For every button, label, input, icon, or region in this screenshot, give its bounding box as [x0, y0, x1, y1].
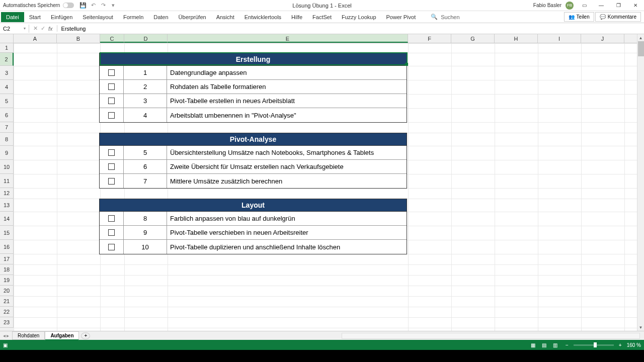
- row-header-23[interactable]: 23: [0, 317, 14, 328]
- tab-factset[interactable]: FactSet: [307, 12, 337, 22]
- row-header-16[interactable]: 16: [0, 240, 14, 254]
- record-macro-icon[interactable]: ▣: [3, 342, 8, 348]
- redo-icon[interactable]: ↷: [100, 3, 106, 9]
- user-avatar[interactable]: FB: [566, 2, 574, 10]
- tab-ansicht[interactable]: Ansicht: [211, 12, 239, 22]
- save-icon[interactable]: 💾: [80, 3, 86, 9]
- comments-button[interactable]: 💬Kommentare: [595, 12, 641, 22]
- col-header-A[interactable]: A: [14, 34, 57, 43]
- col-header-J[interactable]: J: [581, 34, 624, 43]
- scroll-down-icon[interactable]: ▼: [637, 324, 644, 331]
- zoom-in-icon[interactable]: +: [619, 342, 622, 348]
- toggle-switch[interactable]: [63, 3, 74, 8]
- col-header-G[interactable]: G: [451, 34, 495, 43]
- row-header-10[interactable]: 10: [0, 160, 14, 174]
- cancel-icon[interactable]: ✕: [33, 25, 38, 32]
- search-box[interactable]: 🔍 Suchen: [431, 14, 459, 20]
- tab-powerpivot[interactable]: Power Pivot: [381, 12, 421, 22]
- checkbox[interactable]: [108, 149, 115, 156]
- fx-icon[interactable]: fx: [48, 26, 53, 32]
- row-header-5[interactable]: 5: [0, 94, 14, 108]
- col-header-B[interactable]: B: [57, 34, 100, 43]
- zoom-out-icon[interactable]: −: [566, 342, 569, 348]
- tab-formeln[interactable]: Formeln: [118, 12, 148, 22]
- row-header-1[interactable]: 1: [0, 43, 14, 53]
- tab-entwicklertools[interactable]: Entwicklertools: [239, 12, 286, 22]
- task-table: Erstellung1Datengrundlage anpassen2Rohda…: [99, 53, 407, 123]
- tab-seitenlayout[interactable]: Seitenlayout: [77, 12, 118, 22]
- tab-daten[interactable]: Daten: [148, 12, 173, 22]
- normal-view-icon[interactable]: ▦: [528, 341, 538, 348]
- checkbox[interactable]: [108, 69, 115, 76]
- row-header-18[interactable]: 18: [0, 264, 14, 275]
- scroll-thumb[interactable]: [638, 41, 644, 56]
- row-header-8[interactable]: 8: [0, 133, 14, 146]
- tab-ueberpruefen[interactable]: Überprüfen: [174, 12, 211, 22]
- tab-datei[interactable]: Datei: [1, 12, 24, 22]
- sheet-tab-aufgaben[interactable]: Aufgaben: [45, 331, 79, 340]
- row-header-3[interactable]: 3: [0, 66, 14, 80]
- col-header-E[interactable]: E: [168, 34, 408, 43]
- scroll-up-icon[interactable]: ▲: [637, 34, 644, 41]
- row-header-20[interactable]: 20: [0, 286, 14, 296]
- table-row: 6Zweite Übersicht für Umsatz erstellen n…: [100, 160, 407, 174]
- row-header-11[interactable]: 11: [0, 174, 14, 188]
- checkbox[interactable]: [108, 83, 115, 90]
- row-header-12[interactable]: 12: [0, 188, 14, 199]
- col-header-F[interactable]: F: [408, 34, 451, 43]
- sheet-tab-rohdaten[interactable]: Rohdaten: [12, 331, 45, 340]
- row-header-2[interactable]: 2: [0, 53, 14, 66]
- worksheet-grid[interactable]: ABCDEFGHIJ 12345678910111213141516171819…: [0, 34, 644, 331]
- minimize-button[interactable]: —: [595, 1, 608, 11]
- cells-area[interactable]: Erstellung1Datengrundlage anpassen2Rohda…: [14, 43, 644, 331]
- zoom-level[interactable]: 160 %: [627, 342, 641, 348]
- undo-icon[interactable]: ↶: [90, 3, 96, 9]
- add-sheet-button[interactable]: +: [81, 332, 90, 339]
- ribbon-display-icon[interactable]: ▭: [578, 1, 591, 11]
- checkbox[interactable]: [108, 229, 115, 236]
- qat-dropdown-icon[interactable]: ▾: [110, 3, 116, 9]
- checkbox[interactable]: [108, 178, 115, 185]
- checkbox[interactable]: [108, 98, 115, 104]
- autosave-toggle[interactable]: Automatisches Speichern: [0, 3, 74, 8]
- enter-icon[interactable]: ✓: [41, 25, 45, 32]
- row-header-21[interactable]: 21: [0, 296, 14, 307]
- page-break-view-icon[interactable]: ▥: [550, 341, 560, 348]
- share-button[interactable]: 👥Teilen: [564, 12, 594, 22]
- row-header-9[interactable]: 9: [0, 146, 14, 160]
- select-all-corner[interactable]: [0, 34, 14, 43]
- row-header-17[interactable]: 17: [0, 254, 14, 264]
- row-header-15[interactable]: 15: [0, 226, 14, 240]
- row-header-4[interactable]: 4: [0, 80, 14, 94]
- name-box[interactable]: C2 ▾: [0, 25, 29, 33]
- col-header-I[interactable]: I: [538, 34, 581, 43]
- name-box-dropdown-icon[interactable]: ▾: [24, 26, 26, 31]
- horizontal-scrollbar[interactable]: [342, 333, 640, 339]
- col-header-H[interactable]: H: [495, 34, 538, 43]
- checkbox[interactable]: [108, 215, 115, 222]
- tab-einfuegen[interactable]: Einfügen: [46, 12, 77, 22]
- row-header-22[interactable]: 22: [0, 307, 14, 317]
- sheet-nav-next-icon[interactable]: ▸: [7, 333, 9, 338]
- vertical-scrollbar[interactable]: ▲ ▼: [637, 34, 644, 331]
- sheet-nav-prev-icon[interactable]: ◂: [3, 333, 6, 338]
- close-button[interactable]: ✕: [629, 1, 642, 11]
- checkbox[interactable]: [108, 244, 115, 250]
- row-headers: 1234567891011121314151617181920212223: [0, 43, 14, 331]
- row-header-19[interactable]: 19: [0, 275, 14, 286]
- tab-hilfe[interactable]: Hilfe: [286, 12, 307, 22]
- page-layout-view-icon[interactable]: ▤: [539, 341, 549, 348]
- row-header-6[interactable]: 6: [0, 108, 14, 122]
- row-header-7[interactable]: 7: [0, 122, 14, 133]
- row-header-14[interactable]: 14: [0, 212, 14, 226]
- row-header-13[interactable]: 13: [0, 199, 14, 212]
- col-header-C[interactable]: C: [100, 34, 124, 43]
- checkbox[interactable]: [108, 163, 115, 170]
- maximize-button[interactable]: ❐: [612, 1, 625, 11]
- tab-start[interactable]: Start: [24, 12, 46, 22]
- tab-fuzzylookup[interactable]: Fuzzy Lookup: [337, 12, 381, 22]
- formula-input[interactable]: Erstellung: [57, 25, 644, 33]
- zoom-slider[interactable]: [574, 344, 614, 346]
- col-header-D[interactable]: D: [124, 34, 168, 43]
- checkbox[interactable]: [108, 112, 115, 119]
